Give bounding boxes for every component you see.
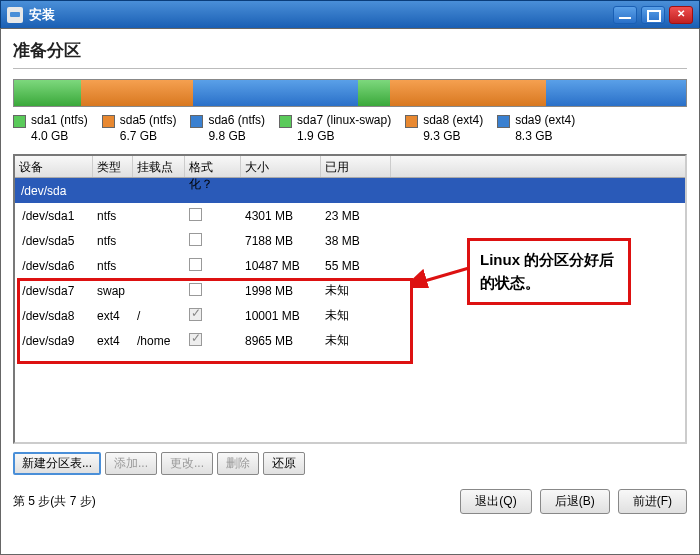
cell-size: 1998 MB [241, 281, 321, 301]
close-button[interactable] [669, 6, 693, 24]
col-format[interactable]: 格式化？ [185, 156, 241, 177]
cell-format [185, 330, 241, 352]
cell-size: 10487 MB [241, 256, 321, 276]
col-used[interactable]: 已用 [321, 156, 391, 177]
legend-size: 8.3 GB [515, 129, 575, 145]
cell-device: /dev/sda9 [15, 331, 93, 351]
disk-segment [81, 80, 194, 106]
format-checkbox[interactable] [189, 308, 202, 321]
cell-device: /dev/sda5 [15, 231, 93, 251]
cell-size: 7188 MB [241, 231, 321, 251]
legend-swatch [13, 115, 26, 128]
back-button[interactable]: 后退(B) [540, 489, 610, 514]
format-checkbox[interactable] [189, 208, 202, 221]
disk-segment [546, 80, 686, 106]
new-partition-table-button[interactable]: 新建分区表... [13, 452, 101, 475]
legend-item: sda8 (ext4)9.3 GB [405, 113, 483, 144]
col-mount[interactable]: 挂载点 [133, 156, 185, 177]
cell-used: 55 MB [321, 256, 391, 276]
legend-item: sda5 (ntfs)6.7 GB [102, 113, 177, 144]
legend-size: 1.9 GB [297, 129, 391, 145]
cell-type: ext4 [93, 306, 133, 326]
legend-swatch [190, 115, 203, 128]
cell-mount [133, 213, 185, 219]
disk-device: /dev/sda [15, 181, 70, 201]
table-header: 设备 类型 挂载点 格式化？ 大小 已用 [15, 156, 685, 178]
legend-label: sda1 (ntfs) [31, 113, 88, 129]
annotation-text: Linux 的分区分好后的状态。 [480, 251, 614, 291]
cell-size: 4301 MB [241, 206, 321, 226]
legend-label: sda6 (ntfs) [208, 113, 265, 129]
minimize-button[interactable] [613, 6, 637, 24]
revert-button[interactable]: 还原 [263, 452, 305, 475]
cell-format [185, 305, 241, 327]
maximize-button[interactable] [641, 6, 665, 24]
cell-used: 38 MB [321, 231, 391, 251]
cell-mount [133, 263, 185, 269]
legend-size: 6.7 GB [120, 129, 177, 145]
annotation-callout: Linux 的分区分好后的状态。 [467, 238, 631, 305]
add-button[interactable]: 添加... [105, 452, 157, 475]
cell-device: /dev/sda8 [15, 306, 93, 326]
cell-size: 8965 MB [241, 331, 321, 351]
legend-swatch [102, 115, 115, 128]
cell-used: 未知 [321, 304, 391, 327]
page-heading: 准备分区 [13, 39, 687, 62]
format-checkbox[interactable] [189, 233, 202, 246]
format-checkbox[interactable] [189, 283, 202, 296]
table-row[interactable]: /dev/sda9ext4/home8965 MB未知 [15, 328, 685, 353]
col-size[interactable]: 大小 [241, 156, 321, 177]
cell-mount: / [133, 306, 185, 326]
cell-type: ext4 [93, 331, 133, 351]
step-indicator: 第 5 步(共 7 步) [13, 493, 460, 510]
disk-segment [14, 80, 81, 106]
disk-row[interactable]: /dev/sda [15, 178, 685, 203]
legend-item: sda9 (ext4)8.3 GB [497, 113, 575, 144]
disk-segment [193, 80, 358, 106]
legend-item: sda1 (ntfs)4.0 GB [13, 113, 88, 144]
cell-type: ntfs [93, 206, 133, 226]
cell-type: ntfs [93, 256, 133, 276]
legend-item: sda6 (ntfs)9.8 GB [190, 113, 265, 144]
cell-mount [133, 238, 185, 244]
cell-used: 未知 [321, 279, 391, 302]
legend-swatch [405, 115, 418, 128]
partition-table: 设备 类型 挂载点 格式化？ 大小 已用 /dev/sda /dev/sda1n… [13, 154, 687, 444]
disk-legend: sda1 (ntfs)4.0 GBsda5 (ntfs)6.7 GBsda6 (… [13, 113, 687, 144]
legend-size: 9.8 GB [208, 129, 265, 145]
cell-format [185, 280, 241, 302]
cell-format [185, 230, 241, 252]
cell-size: 10001 MB [241, 306, 321, 326]
col-device[interactable]: 设备 [15, 156, 93, 177]
cell-device: /dev/sda6 [15, 256, 93, 276]
divider [13, 68, 687, 69]
delete-button[interactable]: 删除 [217, 452, 259, 475]
legend-item: sda7 (linux-swap)1.9 GB [279, 113, 391, 144]
cell-device: /dev/sda7 [15, 281, 93, 301]
cell-type: swap [93, 281, 133, 301]
table-row[interactable]: /dev/sda1ntfs4301 MB23 MB [15, 203, 685, 228]
window-title: 安装 [29, 6, 613, 24]
legend-label: sda5 (ntfs) [120, 113, 177, 129]
legend-swatch [497, 115, 510, 128]
format-checkbox[interactable] [189, 258, 202, 271]
legend-label: sda8 (ext4) [423, 113, 483, 129]
cell-type: ntfs [93, 231, 133, 251]
quit-button[interactable]: 退出(Q) [460, 489, 531, 514]
legend-label: sda7 (linux-swap) [297, 113, 391, 129]
change-button[interactable]: 更改... [161, 452, 213, 475]
table-row[interactable]: /dev/sda8ext4/10001 MB未知 [15, 303, 685, 328]
forward-button[interactable]: 前进(F) [618, 489, 687, 514]
cell-mount [133, 288, 185, 294]
legend-label: sda9 (ext4) [515, 113, 575, 129]
disk-segment [390, 80, 547, 106]
cell-format [185, 205, 241, 227]
legend-size: 4.0 GB [31, 129, 88, 145]
col-type[interactable]: 类型 [93, 156, 133, 177]
titlebar: 安装 [0, 0, 700, 28]
disk-segment [358, 80, 390, 106]
toolbar: 新建分区表... 添加... 更改... 删除 还原 [13, 452, 687, 475]
legend-swatch [279, 115, 292, 128]
legend-size: 9.3 GB [423, 129, 483, 145]
format-checkbox[interactable] [189, 333, 202, 346]
